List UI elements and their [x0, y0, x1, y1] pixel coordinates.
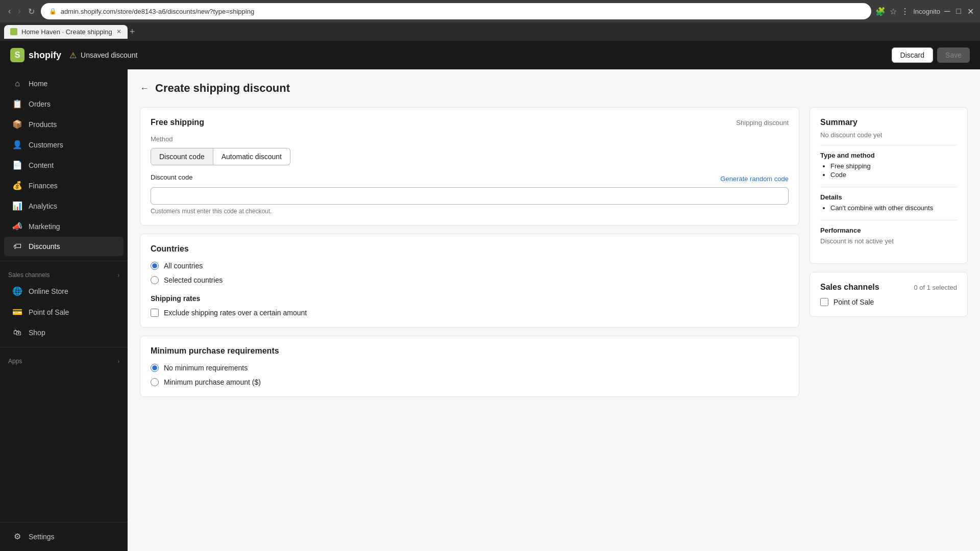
- maximize-btn[interactable]: □: [956, 7, 961, 16]
- sidebar-item-discounts[interactable]: 🏷 Discounts: [4, 237, 124, 256]
- performance-section: Performance Discount is not active yet: [820, 227, 957, 245]
- free-shipping-card: Free shipping Shipping discount Method D…: [140, 107, 799, 226]
- sidebar-item-products[interactable]: 📦 Products: [4, 114, 124, 134]
- sidebar-item-customers[interactable]: 👤 Customers: [4, 135, 124, 155]
- countries-title: Countries: [151, 244, 789, 254]
- marketing-icon: 📣: [12, 221, 22, 231]
- summary-divider-3: [820, 220, 957, 220]
- nav-forward-btn[interactable]: ›: [16, 5, 22, 18]
- minimum-purchase-title: Minimum purchase requirements: [151, 346, 789, 356]
- new-tab-btn[interactable]: +: [130, 27, 135, 37]
- shopify-logo-icon: S: [10, 48, 24, 62]
- exclude-shipping-rates-checkbox[interactable]: [151, 309, 159, 317]
- no-minimum-option[interactable]: No minimum requirements: [151, 364, 789, 372]
- selected-countries-option[interactable]: Selected countries: [151, 276, 789, 284]
- pos-icon: 💳: [12, 307, 22, 317]
- discount-code-hint: Customers must enter this code at checko…: [151, 208, 789, 215]
- exclude-shipping-rates-label: Exclude shipping rates over a certain am…: [164, 309, 307, 317]
- minimum-amount-option[interactable]: Minimum purchase amount ($): [151, 378, 789, 386]
- sidebar-item-content[interactable]: 📄 Content: [4, 155, 124, 175]
- bookmark-icon[interactable]: ☆: [890, 7, 897, 16]
- page-title: Create shipping discount: [155, 82, 290, 95]
- apps-chevron[interactable]: ›: [118, 359, 119, 364]
- sidebar-item-marketing[interactable]: 📣 Marketing: [4, 216, 124, 236]
- sidebar-item-settings[interactable]: ⚙ Settings: [4, 527, 124, 546]
- back-button[interactable]: ←: [140, 83, 149, 94]
- sidebar-label-products: Products: [29, 120, 57, 129]
- all-countries-radio[interactable]: [151, 262, 159, 270]
- generate-random-code-link[interactable]: Generate random code: [720, 175, 789, 183]
- main-content: ← Create shipping discount Free shipping…: [128, 69, 980, 551]
- no-minimum-radio[interactable]: [151, 364, 159, 372]
- unsaved-label: Unsaved discount: [81, 51, 137, 59]
- customers-icon: 👤: [12, 140, 22, 149]
- unsaved-notice: ⚠ Unsaved discount: [69, 51, 137, 60]
- discount-code-label: Discount code: [151, 173, 192, 181]
- performance-text: Discount is not active yet: [820, 237, 957, 245]
- content-icon: 📄: [12, 160, 22, 170]
- no-discount-code-text: No discount code yet: [820, 131, 957, 139]
- warning-icon: ⚠: [69, 51, 77, 60]
- summary-card: Summary No discount code yet Type and me…: [810, 107, 968, 264]
- sidebar-item-finances[interactable]: 💰 Finances: [4, 176, 124, 195]
- analytics-icon: 📊: [12, 201, 22, 211]
- sidebar-label-online-store: Online Store: [29, 287, 68, 295]
- discounts-icon: 🏷: [12, 242, 22, 251]
- discount-code-input[interactable]: [151, 187, 789, 205]
- type-method-item-1: Free shipping: [830, 162, 957, 170]
- tab-title: Home Haven · Create shipping: [21, 28, 112, 36]
- sidebar-label-pos: Point of Sale: [29, 308, 69, 316]
- exclude-shipping-rates-option[interactable]: Exclude shipping rates over a certain am…: [151, 309, 789, 317]
- app-header: S shopify ⚠ Unsaved discount Discard Sav…: [0, 41, 980, 69]
- apps-section: Apps ›: [0, 352, 128, 367]
- sidebar-item-orders[interactable]: 📋 Orders: [4, 94, 124, 114]
- sidebar-label-discounts: Discounts: [29, 242, 60, 251]
- minimum-amount-radio[interactable]: [151, 378, 159, 386]
- summary-divider-2: [820, 187, 957, 187]
- sales-channels-chevron[interactable]: ›: [118, 272, 119, 278]
- tab-close-btn[interactable]: ✕: [116, 28, 121, 35]
- sidebar-item-analytics[interactable]: 📊 Analytics: [4, 196, 124, 216]
- browser-tab-bar: Home Haven · Create shipping ✕ +: [0, 22, 980, 41]
- sidebar-item-online-store[interactable]: 🌐 Online Store: [4, 281, 124, 301]
- nav-back-btn[interactable]: ‹: [6, 5, 13, 18]
- discard-button[interactable]: Discard: [892, 47, 933, 63]
- method-buttons: Discount code Automatic discount: [151, 148, 789, 165]
- sidebar-item-point-of-sale[interactable]: 💳 Point of Sale: [4, 302, 124, 322]
- countries-radio-group: All countries Selected countries: [151, 262, 789, 284]
- minimum-amount-label: Minimum purchase amount ($): [164, 378, 261, 386]
- pos-channel-item[interactable]: Point of Sale: [820, 298, 957, 306]
- browser-chrome: ‹ › ↻ 🔒 admin.shopify.com/store/de8143-a…: [0, 0, 980, 22]
- browser-menu-icon[interactable]: ⋮: [901, 7, 909, 16]
- sidebar-label-marketing: Marketing: [29, 222, 60, 231]
- sidebar-label-analytics: Analytics: [29, 202, 57, 210]
- save-button[interactable]: Save: [937, 47, 970, 63]
- page-header: ← Create shipping discount: [140, 82, 968, 95]
- minimize-btn[interactable]: ─: [944, 7, 950, 16]
- browser-tab-active[interactable]: Home Haven · Create shipping ✕: [4, 25, 128, 39]
- sidebar-item-home[interactable]: ⌂ Home: [4, 74, 124, 93]
- selected-countries-radio[interactable]: [151, 276, 159, 284]
- type-method-list: Free shipping Code: [820, 162, 957, 179]
- incognito-label: Incognito: [913, 8, 940, 15]
- sidebar-item-shop[interactable]: 🛍 Shop: [4, 323, 124, 342]
- address-bar[interactable]: 🔒 admin.shopify.com/store/de8143-a6/disc…: [41, 3, 872, 19]
- free-shipping-card-header: Free shipping Shipping discount: [151, 118, 789, 127]
- logo-letter: S: [15, 51, 20, 60]
- sales-channels-card-header: Sales channels 0 of 1 selected: [820, 283, 957, 292]
- refresh-btn[interactable]: ↻: [26, 5, 37, 18]
- browser-actions: 🧩 ☆ ⋮ Incognito: [875, 7, 940, 16]
- pos-channel-checkbox[interactable]: [820, 298, 828, 306]
- discount-code-method-btn[interactable]: Discount code: [151, 148, 213, 165]
- all-countries-option[interactable]: All countries: [151, 262, 789, 270]
- type-method-item-2: Code: [830, 171, 957, 179]
- close-btn[interactable]: ✕: [967, 7, 974, 16]
- minimum-purchase-card: Minimum purchase requirements No minimum…: [140, 336, 799, 397]
- sidebar-label-finances: Finances: [29, 182, 58, 190]
- window-controls: ─ □ ✕: [944, 7, 974, 16]
- header-center: ⚠ Unsaved discount: [69, 51, 884, 60]
- sidebar-label-shop: Shop: [29, 329, 45, 337]
- sidebar-divider-3: [0, 522, 128, 522]
- automatic-discount-method-btn[interactable]: Automatic discount: [213, 148, 290, 165]
- extensions-icon[interactable]: 🧩: [875, 7, 886, 16]
